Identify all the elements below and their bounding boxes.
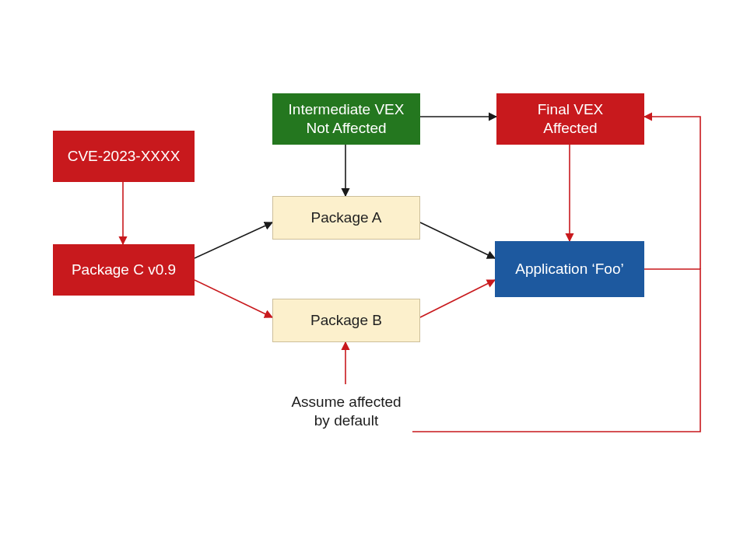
edge-pkga-to-app	[420, 222, 495, 258]
node-cve: CVE-2023-XXXX	[53, 131, 195, 182]
node-package-a-text: Package A	[311, 208, 382, 227]
node-package-b: Package B	[272, 299, 420, 342]
node-package-b-text: Package B	[310, 311, 382, 330]
node-cve-text: CVE-2023-XXXX	[68, 147, 181, 166]
node-package-c-text: Package C v0.9	[72, 261, 176, 279]
node-intermediate-vex: Intermediate VEX Not Affected	[272, 93, 420, 145]
edge-app-to-finalvex-loop-return	[644, 117, 700, 269]
node-application-foo: Application ‘Foo’	[495, 241, 644, 297]
node-application-foo-text: Application ‘Foo’	[515, 260, 623, 278]
edge-pkgb-to-app	[420, 280, 495, 317]
node-intermediate-vex-text: Intermediate VEX Not Affected	[289, 100, 405, 138]
diagram-stage: CVE-2023-XXXX Package C v0.9 Intermediat…	[0, 0, 747, 560]
node-package-c: Package C v0.9	[53, 244, 195, 296]
node-package-a: Package A	[272, 196, 420, 240]
int-vex-line1: Intermediate VEX	[289, 101, 405, 117]
final-vex-line1: Final VEX	[538, 101, 603, 117]
node-final-vex: Final VEX Affected	[496, 93, 644, 145]
label-assume-affected: Assume affected by default	[272, 393, 420, 430]
edge-pkgc-to-pkgb	[195, 280, 272, 317]
int-vex-line2: Not Affected	[306, 120, 386, 136]
node-final-vex-text: Final VEX Affected	[538, 100, 603, 138]
final-vex-line2: Affected	[543, 120, 597, 136]
edge-pkgc-to-pkga	[195, 222, 272, 258]
